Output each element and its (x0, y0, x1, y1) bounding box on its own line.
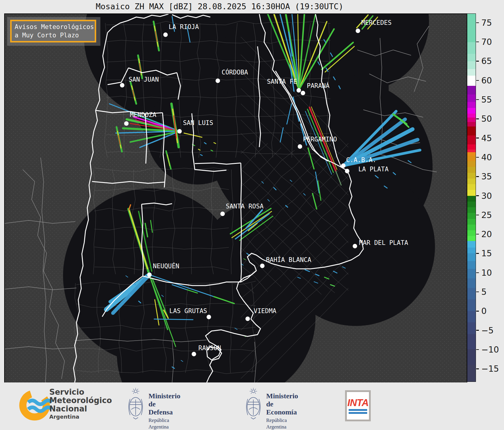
city-label: BAHÍA BLANCA (266, 256, 311, 263)
warning-line-1: Avisos Meteorológicos (15, 23, 92, 31)
colorbar-tick-mark (476, 42, 479, 42)
city-label: SANTA ROSA (226, 203, 264, 210)
colorbar-tick-label: 60 (481, 75, 492, 85)
ministerio-economia-text: Ministerio de Economía República Argenti… (266, 392, 298, 430)
colorbar-tick-label: 75 (481, 18, 492, 28)
city-dot (356, 29, 360, 33)
colorbar-tick-mark (476, 311, 479, 312)
radar-mosaic-page: { "title": "Mosaico ZH MAX [dBZ] 28.08.2… (0, 0, 504, 430)
radar-map: LA RIOJAMERCEDESSAN JUANCÓRDOBASANTA FEP… (4, 13, 467, 383)
colorbar-tick-mark (476, 215, 479, 216)
city-dot (147, 273, 152, 277)
radar-echo (154, 319, 193, 320)
colorbar-tick-label: 55 (481, 95, 492, 105)
colorbar: 757065605550454035302520151050−5−10−15 (467, 13, 504, 382)
ministerio-defensa-text: Ministerio de Defensa República Argentin… (148, 392, 180, 430)
city-dot (124, 121, 129, 126)
defensa-line2: de Defensa (148, 400, 180, 416)
warning-line-2: a Muy Corto Plazo (15, 31, 92, 39)
colorbar-tick-label: 20 (481, 229, 492, 239)
colorbar-tick-mark (476, 138, 479, 138)
city-label: LA PLATA (358, 166, 389, 173)
smn-logo-icon (19, 387, 53, 426)
colorbar-tick-label: 25 (481, 210, 492, 220)
warning-button[interactable]: Avisos Meteorológicos a Muy Corto Plazo (10, 20, 96, 42)
economia-line2: de Economía (266, 400, 298, 416)
city-label: LAS GRUTAS (169, 307, 207, 315)
city-dot (192, 352, 196, 356)
colorbar-tick-label: 45 (481, 133, 492, 143)
colorbar-tick-label: 30 (481, 191, 492, 201)
city-label: VIEDMA (254, 307, 276, 315)
city-label: SAN LUIS (183, 119, 213, 126)
colorbar-gradient (467, 13, 476, 382)
inta-stripe-1 (349, 409, 367, 411)
colorbar-tick-mark (476, 349, 479, 350)
city-dot (353, 244, 357, 248)
city-label: SAN JUAN (128, 76, 159, 83)
city-dot (298, 144, 302, 149)
colorbar-tick-mark (476, 368, 479, 369)
city-label: PERGAMINO (303, 136, 337, 143)
colorbar-tick-mark (476, 157, 479, 158)
colorbar-tick-mark (476, 22, 479, 23)
city-dot (246, 317, 250, 321)
city-label: LA RIOJA (168, 23, 199, 31)
smn-line3: Nacional (49, 405, 112, 413)
city-label: MERCEDES (361, 19, 391, 26)
colorbar-tick-label: 50 (481, 114, 492, 124)
city-label: SANTA FE (267, 78, 297, 85)
colorbar-tick-mark (476, 234, 479, 235)
city-dot (260, 264, 265, 268)
city-label: C.A.B.A. (346, 156, 376, 164)
inta-label: INTA (347, 398, 369, 408)
city-dot (177, 129, 182, 134)
colorbar-tick-mark (476, 176, 479, 177)
city-dot (345, 169, 350, 173)
city-dot (297, 88, 301, 93)
smn-logo-text: Servicio Meteorológico Nacional Argentin… (49, 388, 112, 420)
colorbar-tick-label: 15 (481, 248, 492, 258)
coat-of-arms-icon (244, 387, 263, 426)
city-dot (120, 83, 125, 88)
smn-line4: Argentina (49, 414, 112, 420)
city-dot (207, 315, 211, 319)
figure-title: Mosaico ZH MAX [dBZ] 28.08.2025 16:30HOA… (0, 2, 439, 11)
city-label: NEUQUÉN (153, 262, 180, 270)
colorbar-tick-mark (476, 330, 479, 331)
city-dot (216, 79, 220, 83)
city-label: MAR DEL PLATA (359, 239, 408, 246)
colorbar-tick-label: −5 (481, 325, 494, 335)
colorbar-tick-mark (476, 80, 479, 81)
colorbar-tick-label: −15 (481, 364, 499, 374)
colorbar-tick-label: −10 (481, 344, 499, 354)
colorbar-tick-mark (476, 195, 479, 196)
economia-line1: Ministerio (266, 392, 298, 400)
city-label: RAWSON (198, 344, 221, 352)
radar-map-canvas: LA RIOJAMERCEDESSAN JUANCÓRDOBASANTA FEP… (5, 14, 467, 382)
city-dot (301, 91, 305, 95)
coat-of-arms-icon (126, 387, 145, 426)
colorbar-tick-label: 70 (481, 37, 492, 47)
defensa-line1: Ministerio (148, 392, 180, 400)
colorbar-tick-mark (476, 253, 479, 254)
inta-stripe-2 (349, 412, 367, 414)
smn-line1: Servicio (49, 388, 112, 396)
colorbar-tick-label: 0 (481, 306, 487, 316)
smn-line2: Meteorológico (49, 396, 112, 405)
colorbar-tick-label: 10 (481, 268, 492, 277)
colorbar-tick-label: 5 (481, 287, 487, 297)
city-label: CÓRDOBA (222, 68, 248, 76)
city-dot (220, 212, 225, 216)
colorbar-tick-mark (476, 99, 479, 100)
colorbar-tick-label: 35 (481, 172, 492, 182)
defensa-line3: República Argentina (148, 417, 180, 430)
footer: Servicio Meteorológico Nacional Argentin… (0, 382, 504, 430)
colorbar-tick-label: 40 (481, 152, 492, 162)
colorbar-tick-mark (476, 61, 479, 62)
city-dot (163, 33, 168, 37)
city-label: PARANÁ (307, 82, 330, 89)
colorbar-tick-mark (476, 118, 479, 119)
colorbar-tick-label: 65 (481, 56, 492, 66)
colorbar-tick-mark (476, 272, 479, 273)
